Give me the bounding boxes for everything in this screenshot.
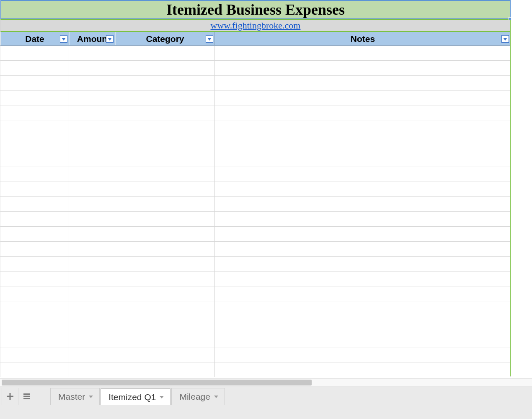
cell[interactable] [69,197,115,211]
cell[interactable] [0,197,69,211]
cell[interactable] [0,347,69,362]
table-row[interactable] [0,91,511,106]
cell[interactable] [215,287,511,302]
cell[interactable] [215,166,511,181]
cell[interactable] [0,287,69,302]
cell[interactable] [0,257,69,272]
table-row[interactable] [0,106,511,121]
table-row[interactable] [0,362,511,377]
filter-button[interactable] [106,35,114,43]
column-header-category[interactable]: Category [115,32,215,45]
table-row[interactable] [0,212,511,227]
cell[interactable] [115,46,215,60]
cell[interactable] [69,106,115,121]
table-row[interactable] [0,121,511,136]
cell[interactable] [69,272,115,287]
table-row[interactable] [0,257,511,272]
cell[interactable] [215,197,511,211]
table-row[interactable] [0,302,511,317]
cell[interactable] [69,347,115,362]
cell[interactable] [115,121,215,136]
cell[interactable] [69,242,115,256]
cell[interactable] [215,362,511,377]
cell[interactable] [115,61,215,75]
cell[interactable] [0,121,69,136]
cell[interactable] [115,317,215,332]
cell[interactable] [0,317,69,332]
table-row[interactable] [0,61,511,76]
cell[interactable] [69,317,115,332]
cell[interactable] [215,61,511,75]
cell[interactable] [115,302,215,317]
cell[interactable] [115,332,215,347]
cell[interactable] [215,151,511,166]
cell[interactable] [69,257,115,272]
cell[interactable] [115,151,215,166]
cell[interactable] [69,287,115,302]
cell[interactable] [0,272,69,287]
add-sheet-button[interactable] [2,388,18,405]
filter-button[interactable] [60,35,67,43]
cell[interactable] [215,91,511,106]
cell[interactable] [0,227,69,241]
cell[interactable] [115,287,215,302]
cell[interactable] [69,76,115,91]
cell[interactable] [0,332,69,347]
cell[interactable] [115,76,215,91]
table-row[interactable] [0,136,511,151]
table-row[interactable] [0,166,511,181]
sheet-tab-menu-button[interactable] [88,395,93,399]
cell[interactable] [115,181,215,196]
table-row[interactable] [0,317,511,332]
cell[interactable] [0,151,69,166]
sheet-tab-itemized-q1[interactable]: Itemized Q1 [101,388,170,405]
cell[interactable] [115,347,215,362]
table-row[interactable] [0,151,511,166]
filter-button[interactable] [206,35,213,43]
cell[interactable] [115,166,215,181]
sheet-tab-master[interactable]: Master [50,388,100,405]
table-row[interactable] [0,181,511,197]
cell[interactable] [69,212,115,226]
sheet-tab-menu-button[interactable] [159,395,164,399]
cell[interactable] [69,332,115,347]
cell[interactable] [115,106,215,121]
cell[interactable] [0,91,69,106]
cell[interactable] [215,227,511,241]
cell[interactable] [0,166,69,181]
horizontal-scrollbar[interactable] [0,378,532,386]
cell[interactable] [115,257,215,272]
horizontal-scrollbar-thumb[interactable] [2,380,312,385]
cell[interactable] [69,91,115,106]
cell[interactable] [215,332,511,347]
cell[interactable] [215,181,511,196]
cell[interactable] [0,302,69,317]
cell[interactable] [69,136,115,151]
cell[interactable] [0,181,69,196]
table-row[interactable] [0,287,511,302]
cell[interactable] [215,302,511,317]
cell[interactable] [115,272,215,287]
cell[interactable] [0,106,69,121]
table-row[interactable] [0,197,511,212]
cell[interactable] [69,302,115,317]
cell[interactable] [215,106,511,121]
cell[interactable] [69,121,115,136]
cell[interactable] [215,242,511,256]
filter-button[interactable] [501,35,509,43]
cell[interactable] [215,347,511,362]
cell[interactable] [69,166,115,181]
cell[interactable] [69,46,115,60]
column-header-amount[interactable]: Amoun [69,32,115,45]
title-cell[interactable]: Itemized Business Expenses [0,0,511,19]
sheet-tab-mileage[interactable]: Mileage [171,388,225,405]
table-row[interactable] [0,347,511,362]
cell[interactable] [115,212,215,226]
all-sheets-button[interactable] [18,388,35,405]
cell[interactable] [0,136,69,151]
cell[interactable] [115,242,215,256]
cell[interactable] [215,317,511,332]
cell[interactable] [215,76,511,91]
cell[interactable] [69,151,115,166]
cell[interactable] [69,227,115,241]
